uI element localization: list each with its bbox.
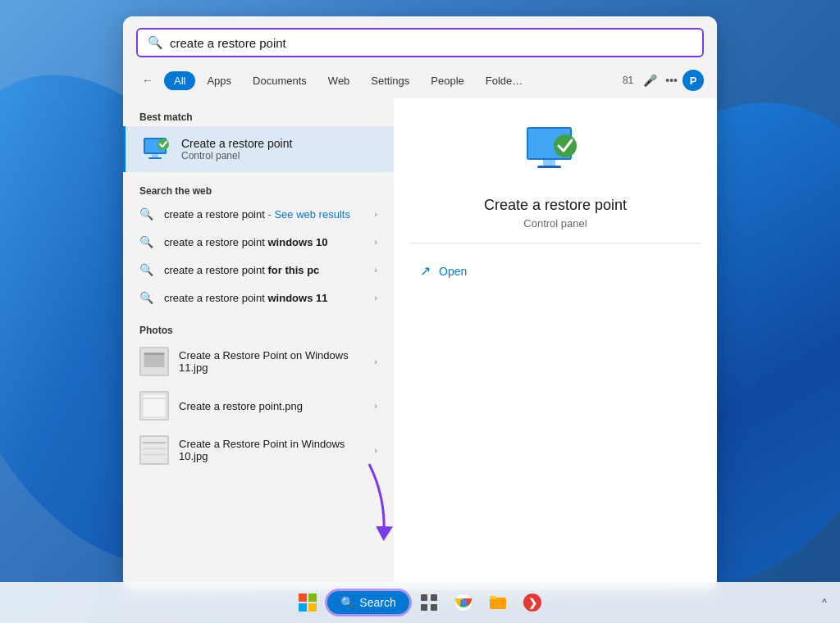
red-app-button[interactable]: ❯ [518, 588, 547, 617]
svg-rect-28 [431, 604, 437, 611]
svg-text:❯: ❯ [527, 597, 536, 610]
divider [410, 243, 701, 243]
svg-rect-24 [308, 603, 317, 612]
tab-all[interactable]: All [164, 71, 195, 90]
search-box[interactable]: 🔍 create a restore point [136, 28, 704, 57]
profile-button[interactable]: P [682, 70, 704, 91]
right-detail-panel: Create a restore point Control panel ↗ O… [394, 98, 717, 590]
svg-rect-17 [543, 160, 555, 166]
result-count: 81 [623, 75, 633, 86]
web-item-2[interactable]: 🔍 create a restore point for this pc › [123, 256, 394, 284]
web-search-icon-1: 🔍 [139, 235, 154, 248]
search-input-value: create a restore point [170, 36, 692, 50]
web-item-link-0: - See web results [267, 208, 349, 221]
taskbar: 🔍 Search [0, 582, 840, 623]
web-search-icon-3: 🔍 [139, 291, 154, 304]
mic-icon-button[interactable]: 🎤 [640, 70, 660, 90]
web-item-1[interactable]: 🔍 create a restore point windows 10 › [123, 228, 394, 256]
svg-rect-32 [490, 598, 506, 609]
photo-chevron-0: › [374, 357, 377, 366]
task-view-icon [420, 593, 438, 612]
photo-item-text-2: Create a Restore Point in Windows 10.jpg [179, 438, 364, 462]
left-results-panel: Best match Create a restore point Contro… [123, 98, 394, 590]
svg-rect-27 [421, 604, 427, 611]
web-item-bold-1: windows 10 [267, 236, 327, 248]
taskbar-search-icon: 🔍 [340, 596, 354, 609]
best-match-label: Best match [123, 107, 394, 126]
result-subtitle: Control panel [523, 217, 587, 230]
svg-rect-11 [141, 437, 167, 463]
file-explorer-icon [488, 593, 508, 612]
tab-documents[interactable]: Documents [243, 71, 317, 90]
photo-thumb-1 [139, 391, 169, 421]
web-chevron-0: › [374, 209, 377, 219]
svg-rect-33 [490, 596, 496, 599]
svg-rect-9 [143, 394, 166, 417]
main-content-area: Best match Create a restore point Contro… [123, 98, 717, 590]
photo-chevron-2: › [374, 445, 377, 455]
photos-section-label: Photos [123, 320, 394, 339]
photo-text-main-2: Create a Restore Point [179, 438, 287, 450]
photo-thumb-2 [139, 435, 169, 465]
web-search-icon-0: 🔍 [139, 207, 154, 221]
search-icon: 🔍 [148, 35, 163, 50]
best-match-subtitle: Control panel [181, 150, 292, 161]
task-view-button[interactable] [414, 588, 444, 617]
web-item-text-3: create a restore point windows 11 [164, 292, 364, 304]
result-app-icon [523, 123, 588, 180]
web-search-icon-2: 🔍 [139, 263, 154, 276]
best-match-info: Create a restore point Control panel [181, 137, 292, 161]
red-app-icon: ❯ [523, 593, 542, 612]
best-match-app-icon [142, 134, 171, 164]
photo-item-1[interactable]: Create a restore point.png › [123, 384, 394, 428]
windows-start-button[interactable] [293, 588, 322, 617]
svg-rect-3 [148, 157, 162, 159]
web-chevron-1: › [374, 237, 377, 247]
web-item-text-2: create a restore point for this pc [164, 264, 364, 276]
photo-chevron-1: › [374, 401, 377, 411]
photo-item-text-0: Create a Restore Point on Windows 11.jpg [179, 349, 364, 374]
back-button[interactable]: ← [136, 69, 159, 92]
web-item-0[interactable]: 🔍 create a restore point - See web resul… [123, 200, 394, 228]
windows-logo-icon [298, 593, 317, 612]
open-button[interactable]: ↗ Open [410, 257, 701, 285]
svg-rect-22 [308, 593, 317, 602]
open-external-icon: ↗ [420, 263, 431, 279]
chrome-button[interactable] [449, 588, 478, 617]
web-item-3[interactable]: 🔍 create a restore point windows 11 › [123, 284, 394, 312]
taskbar-search-button[interactable]: 🔍 Search [327, 591, 409, 614]
photo-thumb-0 [139, 347, 169, 376]
tab-web[interactable]: Web [318, 71, 360, 90]
svg-rect-26 [431, 594, 437, 601]
best-match-item[interactable]: Create a restore point Control panel [123, 126, 394, 172]
svg-rect-7 [144, 352, 165, 355]
more-options-button[interactable]: ••• [662, 70, 681, 90]
taskbar-right-area: ^ [822, 597, 827, 608]
photo-text-main-0: Create a Restore Point [179, 349, 287, 362]
taskbar-center-icons: 🔍 Search [293, 588, 546, 617]
taskbar-chevron[interactable]: ^ [822, 597, 827, 608]
svg-rect-18 [537, 166, 561, 168]
filter-tabs-bar: ← All Apps Documents Web Settings People… [123, 66, 717, 98]
svg-rect-21 [299, 593, 307, 602]
photo-item-2[interactable]: Create a Restore Point in Windows 10.jpg… [123, 428, 394, 472]
file-explorer-button[interactable] [483, 588, 513, 617]
taskbar-search-label: Search [359, 596, 395, 609]
result-title: Create a restore point [484, 197, 627, 214]
svg-point-19 [554, 134, 577, 157]
search-input-area: 🔍 create a restore point [123, 16, 717, 66]
web-item-text-0: create a restore point - See web results [164, 208, 364, 221]
web-item-bold-2: for this pc [267, 264, 319, 276]
tab-apps[interactable]: Apps [197, 71, 241, 90]
tab-settings[interactable]: Settings [361, 71, 419, 90]
svg-rect-23 [299, 603, 307, 612]
tab-folders[interactable]: Folde… [476, 71, 533, 90]
photo-item-0[interactable]: Create a Restore Point on Windows 11.jpg… [123, 339, 394, 384]
result-icon-area [523, 123, 588, 184]
open-label: Open [439, 265, 467, 278]
best-match-title: Create a restore point [181, 137, 292, 150]
photo-item-text-1: Create a restore point.png [179, 400, 364, 412]
web-item-bold-3: windows 11 [267, 292, 327, 304]
tab-people[interactable]: People [421, 71, 473, 90]
chrome-icon [454, 593, 473, 612]
